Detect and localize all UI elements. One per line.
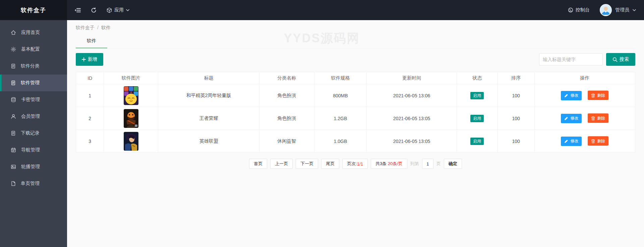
breadcrumb-root[interactable]: 软件盒子 <box>76 25 95 30</box>
goto-page-input[interactable] <box>422 159 433 169</box>
sidebar-item-label: 软件管理 <box>21 80 40 86</box>
total-count-label: 共3条 <box>375 161 387 167</box>
column-header: 排序 <box>497 72 534 84</box>
page-total: 共3条 20条/页 <box>371 159 407 169</box>
cell-actions: 修改 删除 <box>534 130 635 153</box>
cell-id: 2 <box>76 107 104 130</box>
app-menu[interactable]: 应用 <box>107 7 129 13</box>
page-info: 页次:1/1 <box>342 159 368 169</box>
image-icon <box>11 164 16 169</box>
add-button[interactable]: 新增 <box>76 53 103 66</box>
refresh-icon[interactable] <box>91 7 97 13</box>
cell-size: 1.2GB <box>314 107 367 130</box>
pencil-icon <box>564 94 568 98</box>
tab-software[interactable]: 软件 <box>76 34 107 48</box>
avatar <box>600 4 612 16</box>
sidebar-item-导航管理[interactable]: 导航管理 <box>0 142 67 158</box>
sidebar: 应用首页 基本配置 软件分类 软件管理 卡密管理 会员管理 下载记录 导航管理 … <box>0 20 67 247</box>
delete-button-label: 删除 <box>597 138 605 144</box>
software-thumbnail <box>124 109 138 128</box>
page-prev-button[interactable]: 上一页 <box>270 159 293 169</box>
gear-icon <box>11 47 16 52</box>
sidebar-item-应用首页[interactable]: 应用首页 <box>0 24 67 41</box>
cell-sort: 100 <box>497 130 534 153</box>
cell-sort: 100 <box>497 107 534 130</box>
user-label: 管理员 <box>615 7 629 13</box>
pencil-icon <box>564 139 568 143</box>
cell-category: 休闲益智 <box>259 130 314 153</box>
tab-bar: 软件 <box>76 34 635 48</box>
column-header: 标题 <box>158 72 259 84</box>
cell-updated-time: 2021-06-05 13:05 <box>367 130 457 153</box>
fold-sidebar-icon[interactable] <box>74 8 81 13</box>
cell-id: 1 <box>76 84 104 107</box>
sidebar-item-label: 卡密管理 <box>21 97 40 103</box>
delete-button[interactable]: 删除 <box>588 91 608 100</box>
edit-button[interactable]: 修改 <box>561 91 582 100</box>
breadcrumb-current: 软件 <box>101 25 111 30</box>
sidebar-item-软件分类[interactable]: 软件分类 <box>0 58 67 75</box>
cell-title: 和平精英2周年轻量版 <box>158 84 259 107</box>
sidebar-item-label: 会员管理 <box>21 113 40 119</box>
edit-button-label: 修改 <box>570 115 578 121</box>
main-content: YYDS源码网 软件盒子/软件 软件 新增 搜索 ID软件图片标题分类名称软件规… <box>67 20 644 247</box>
toolbar: 新增 搜索 <box>76 53 635 66</box>
sidebar-item-轮播管理[interactable]: 轮播管理 <box>0 158 67 175</box>
breadcrumb-separator: / <box>97 25 99 30</box>
doc-icon <box>11 63 16 69</box>
admin-page: 软件盒子 应用 控制台 管理员 应用首页 <box>0 0 644 247</box>
column-header: 操作 <box>534 72 635 84</box>
cell-category: 角色扮演 <box>259 107 314 130</box>
plus-icon <box>82 57 86 61</box>
chevron-down-icon <box>126 9 129 11</box>
user-icon <box>11 114 16 119</box>
sidebar-item-基本配置[interactable]: 基本配置 <box>0 41 67 58</box>
software-table: ID软件图片标题分类名称软件规格更新时间状态排序操作 1 和平精英2周年轻量版 … <box>76 72 635 153</box>
cube-icon <box>107 7 112 13</box>
cell-actions: 修改 删除 <box>534 107 635 130</box>
search-input[interactable] <box>539 53 603 65</box>
topbar: 应用 控制台 管理员 <box>67 0 644 20</box>
page-info-value: 1/1 <box>357 161 363 166</box>
edit-button[interactable]: 修改 <box>561 114 582 123</box>
page-last-button[interactable]: 尾页 <box>321 159 339 169</box>
sidebar-item-label: 应用首页 <box>21 30 40 36</box>
page-next-button[interactable]: 下一页 <box>296 159 318 169</box>
delete-button[interactable]: 删除 <box>588 113 608 123</box>
cell-updated-time: 2021-06-05 13:06 <box>367 84 457 107</box>
app-logo: 软件盒子 <box>0 0 67 20</box>
sidebar-item-label: 导航管理 <box>21 147 40 153</box>
column-header: ID <box>76 72 104 84</box>
app-logo-text: 软件盒子 <box>21 6 46 14</box>
sidebar-item-软件管理[interactable]: 软件管理 <box>0 75 67 91</box>
sidebar-item-label: 单页管理 <box>21 181 40 187</box>
sidebar-item-下载记录[interactable]: 下载记录 <box>0 125 67 142</box>
trash-icon <box>591 139 595 143</box>
console-label: 控制台 <box>576 7 590 13</box>
cell-actions: 修改 删除 <box>534 84 635 107</box>
delete-button-label: 删除 <box>597 115 605 121</box>
software-thumbnail <box>124 86 138 105</box>
user-menu[interactable]: 管理员 <box>600 4 636 16</box>
delete-button[interactable]: 删除 <box>588 136 608 146</box>
search-button[interactable]: 搜索 <box>606 53 635 66</box>
doc-icon <box>11 131 16 136</box>
edit-button[interactable]: 修改 <box>561 137 582 146</box>
column-header: 更新时间 <box>367 72 457 84</box>
pagination: 首页 上一页 下一页 尾页 页次:1/1 共3条 20条/页 到第 页 确定 <box>76 159 635 169</box>
sidebar-item-会员管理[interactable]: 会员管理 <box>0 108 67 125</box>
cell-image <box>104 84 158 107</box>
app-menu-label: 应用 <box>114 7 124 13</box>
console-link[interactable]: 控制台 <box>568 7 590 13</box>
sidebar-item-卡密管理[interactable]: 卡密管理 <box>0 91 67 108</box>
page-first-button[interactable]: 首页 <box>249 159 267 169</box>
gauge-icon <box>568 7 573 13</box>
goto-confirm-button[interactable]: 确定 <box>444 159 462 169</box>
calendar-icon <box>11 147 16 153</box>
search-icon <box>612 57 618 62</box>
database-icon <box>11 97 16 102</box>
table-row: 3 英雄联盟 休闲益智 1.0GB 2021-06-05 13:05 启用 10… <box>76 130 635 153</box>
sidebar-item-单页管理[interactable]: 单页管理 <box>0 175 67 192</box>
column-header: 软件规格 <box>314 72 367 84</box>
trash-icon <box>591 116 595 120</box>
